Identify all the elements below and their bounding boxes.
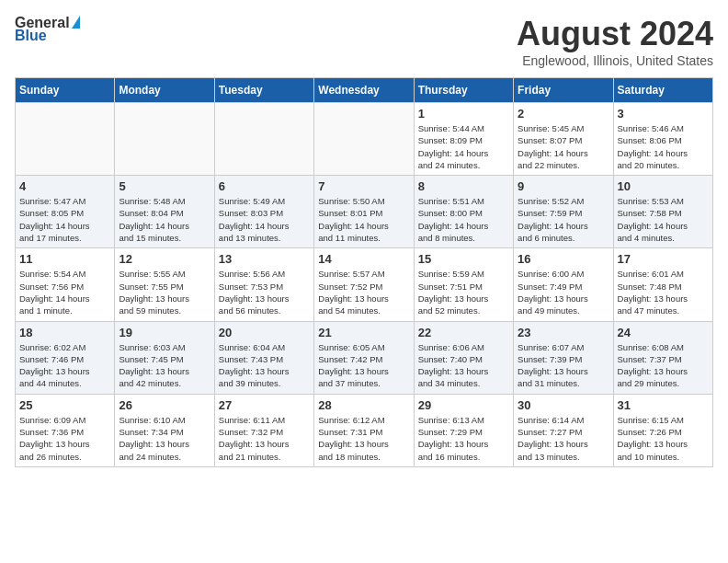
day-cell: 19Sunrise: 6:03 AMSunset: 7:45 PMDayligh…	[115, 321, 214, 394]
day-number: 22	[418, 326, 509, 339]
calendar: SundayMondayTuesdayWednesdayThursdayFrid…	[15, 77, 713, 467]
day-cell: 11Sunrise: 5:54 AMSunset: 7:56 PMDayligh…	[16, 248, 115, 321]
day-info: Sunrise: 6:10 AMSunset: 7:34 PMDaylight:…	[119, 414, 210, 463]
day-info: Sunrise: 6:11 AMSunset: 7:32 PMDaylight:…	[219, 414, 310, 463]
weekday-header-thursday: Thursday	[414, 78, 513, 103]
day-cell: 25Sunrise: 6:09 AMSunset: 7:36 PMDayligh…	[16, 394, 115, 466]
day-cell	[115, 103, 214, 176]
day-number: 27	[219, 398, 310, 412]
day-cell: 3Sunrise: 5:46 AMSunset: 8:06 PMDaylight…	[613, 103, 712, 176]
day-cell: 18Sunrise: 6:02 AMSunset: 7:46 PMDayligh…	[16, 321, 115, 394]
day-info: Sunrise: 5:52 AMSunset: 7:59 PMDaylight:…	[518, 195, 609, 244]
day-number: 10	[618, 179, 709, 193]
day-number: 29	[418, 398, 509, 412]
day-info: Sunrise: 5:49 AMSunset: 8:03 PMDaylight:…	[219, 195, 310, 244]
day-number: 4	[19, 179, 110, 193]
day-cell: 5Sunrise: 5:48 AMSunset: 8:04 PMDaylight…	[115, 176, 214, 248]
day-cell: 12Sunrise: 5:55 AMSunset: 7:55 PMDayligh…	[115, 248, 214, 321]
day-info: Sunrise: 5:56 AMSunset: 7:53 PMDaylight:…	[219, 268, 310, 316]
day-number: 23	[518, 326, 609, 339]
day-info: Sunrise: 5:47 AMSunset: 8:05 PMDaylight:…	[19, 195, 110, 244]
week-row-2: 4Sunrise: 5:47 AMSunset: 8:05 PMDaylight…	[16, 176, 713, 248]
weekday-header-tuesday: Tuesday	[214, 78, 313, 103]
weekday-header-row: SundayMondayTuesdayWednesdayThursdayFrid…	[16, 78, 713, 103]
day-info: Sunrise: 6:14 AMSunset: 7:27 PMDaylight:…	[518, 414, 609, 463]
day-cell: 27Sunrise: 6:11 AMSunset: 7:32 PMDayligh…	[214, 394, 313, 466]
day-number: 14	[318, 252, 409, 266]
day-cell	[314, 103, 414, 176]
day-cell: 30Sunrise: 6:14 AMSunset: 7:27 PMDayligh…	[514, 394, 613, 466]
day-number: 12	[119, 252, 210, 266]
day-info: Sunrise: 6:12 AMSunset: 7:31 PMDaylight:…	[318, 414, 409, 463]
day-cell: 23Sunrise: 6:07 AMSunset: 7:39 PMDayligh…	[514, 321, 613, 394]
day-info: Sunrise: 6:01 AMSunset: 7:48 PMDaylight:…	[618, 268, 709, 316]
day-info: Sunrise: 5:53 AMSunset: 7:58 PMDaylight:…	[618, 195, 709, 244]
day-number: 1	[418, 107, 509, 121]
day-number: 28	[318, 398, 409, 412]
day-info: Sunrise: 5:48 AMSunset: 8:04 PMDaylight:…	[119, 195, 210, 244]
day-cell: 20Sunrise: 6:04 AMSunset: 7:43 PMDayligh…	[214, 321, 313, 394]
subtitle: Englewood, Illinois, United States	[517, 53, 713, 68]
day-number: 5	[119, 179, 210, 193]
day-cell: 15Sunrise: 5:59 AMSunset: 7:51 PMDayligh…	[414, 248, 513, 321]
day-cell	[214, 103, 313, 176]
logo: General Blue	[15, 15, 80, 44]
day-info: Sunrise: 5:45 AMSunset: 8:07 PMDaylight:…	[518, 122, 609, 171]
day-cell: 31Sunrise: 6:15 AMSunset: 7:26 PMDayligh…	[613, 394, 712, 466]
day-number: 15	[418, 252, 509, 266]
day-number: 2	[518, 107, 609, 121]
day-cell: 6Sunrise: 5:49 AMSunset: 8:03 PMDaylight…	[214, 176, 313, 248]
day-cell: 10Sunrise: 5:53 AMSunset: 7:58 PMDayligh…	[613, 176, 712, 248]
day-cell: 8Sunrise: 5:51 AMSunset: 8:00 PMDaylight…	[414, 176, 513, 248]
day-number: 26	[119, 398, 210, 412]
day-number: 7	[318, 179, 409, 193]
day-cell: 26Sunrise: 6:10 AMSunset: 7:34 PMDayligh…	[115, 394, 214, 466]
day-cell	[16, 103, 115, 176]
week-row-5: 25Sunrise: 6:09 AMSunset: 7:36 PMDayligh…	[16, 394, 713, 466]
week-row-3: 11Sunrise: 5:54 AMSunset: 7:56 PMDayligh…	[16, 248, 713, 321]
day-number: 31	[618, 398, 709, 412]
day-number: 17	[618, 252, 709, 266]
day-cell: 22Sunrise: 6:06 AMSunset: 7:40 PMDayligh…	[414, 321, 513, 394]
day-number: 25	[19, 398, 110, 412]
day-number: 19	[119, 326, 210, 339]
day-cell: 28Sunrise: 6:12 AMSunset: 7:31 PMDayligh…	[314, 394, 414, 466]
day-cell: 1Sunrise: 5:44 AMSunset: 8:09 PMDaylight…	[414, 103, 513, 176]
weekday-header-monday: Monday	[115, 78, 214, 103]
day-number: 18	[19, 326, 110, 339]
day-number: 16	[518, 252, 609, 266]
day-cell: 21Sunrise: 6:05 AMSunset: 7:42 PMDayligh…	[314, 321, 414, 394]
day-cell: 13Sunrise: 5:56 AMSunset: 7:53 PMDayligh…	[214, 248, 313, 321]
day-number: 3	[618, 107, 709, 121]
day-info: Sunrise: 5:44 AMSunset: 8:09 PMDaylight:…	[418, 122, 509, 171]
day-number: 30	[518, 398, 609, 412]
day-info: Sunrise: 6:02 AMSunset: 7:46 PMDaylight:…	[19, 341, 110, 390]
day-cell: 16Sunrise: 6:00 AMSunset: 7:49 PMDayligh…	[514, 248, 613, 321]
day-info: Sunrise: 6:06 AMSunset: 7:40 PMDaylight:…	[418, 341, 509, 390]
day-info: Sunrise: 6:09 AMSunset: 7:36 PMDaylight:…	[19, 414, 110, 463]
day-info: Sunrise: 5:54 AMSunset: 7:56 PMDaylight:…	[19, 268, 110, 316]
day-cell: 2Sunrise: 5:45 AMSunset: 8:07 PMDaylight…	[514, 103, 613, 176]
day-info: Sunrise: 6:13 AMSunset: 7:29 PMDaylight:…	[418, 414, 509, 463]
day-cell: 4Sunrise: 5:47 AMSunset: 8:05 PMDaylight…	[16, 176, 115, 248]
day-cell: 29Sunrise: 6:13 AMSunset: 7:29 PMDayligh…	[414, 394, 513, 466]
day-info: Sunrise: 6:05 AMSunset: 7:42 PMDaylight:…	[318, 341, 409, 390]
day-number: 21	[318, 326, 409, 339]
day-info: Sunrise: 6:07 AMSunset: 7:39 PMDaylight:…	[518, 341, 609, 390]
weekday-header-saturday: Saturday	[613, 78, 712, 103]
day-number: 20	[219, 326, 310, 339]
weekday-header-friday: Friday	[514, 78, 613, 103]
weekday-header-sunday: Sunday	[16, 78, 115, 103]
week-row-4: 18Sunrise: 6:02 AMSunset: 7:46 PMDayligh…	[16, 321, 713, 394]
day-info: Sunrise: 5:57 AMSunset: 7:52 PMDaylight:…	[318, 268, 409, 316]
day-number: 24	[618, 326, 709, 339]
day-info: Sunrise: 6:04 AMSunset: 7:43 PMDaylight:…	[219, 341, 310, 390]
title-area: August 2024 Englewood, Illinois, United …	[517, 15, 713, 68]
month-title: August 2024	[517, 15, 713, 53]
day-info: Sunrise: 6:03 AMSunset: 7:45 PMDaylight:…	[119, 341, 210, 390]
day-cell: 7Sunrise: 5:50 AMSunset: 8:01 PMDaylight…	[314, 176, 414, 248]
day-cell: 9Sunrise: 5:52 AMSunset: 7:59 PMDaylight…	[514, 176, 613, 248]
header: General Blue August 2024 Englewood, Illi…	[15, 15, 713, 68]
weekday-header-wednesday: Wednesday	[314, 78, 414, 103]
day-number: 6	[219, 179, 310, 193]
